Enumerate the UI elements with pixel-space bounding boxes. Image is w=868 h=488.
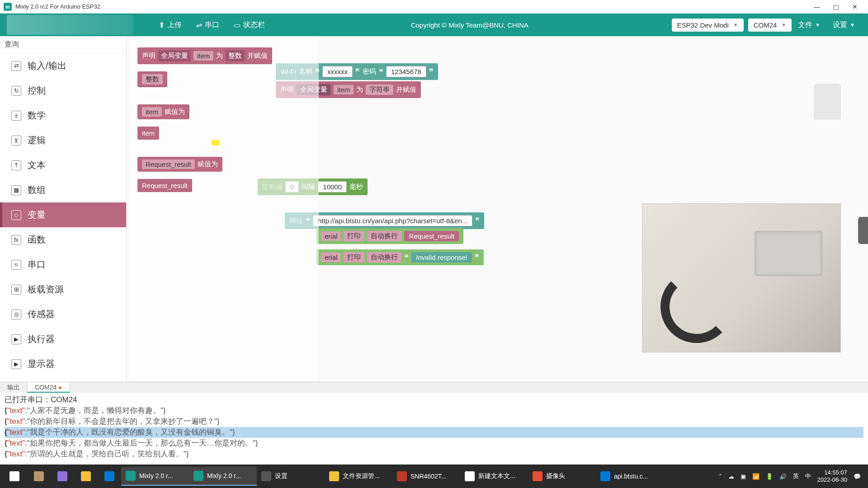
app-icon <box>193 471 203 481</box>
volume-icon[interactable]: 🔊 <box>779 473 787 480</box>
item-get-block[interactable]: item <box>137 127 159 140</box>
category-icon: ◇ <box>11 210 21 220</box>
category-执行器[interactable]: ▶执行器 <box>0 327 126 352</box>
start-button[interactable] <box>3 467 26 486</box>
console-line[interactable]: {"text":"如果你把每天，都当做人生最后一天，那么总有一天…你是对的。"} <box>5 438 863 449</box>
serial-print-block-1[interactable]: erial 打印 自动换行 Request_result <box>316 228 463 244</box>
app-icon <box>329 471 339 481</box>
taskbar-item[interactable] <box>27 467 51 486</box>
taskbar-item[interactable] <box>98 467 121 486</box>
category-sidebar: 查询 ⇄输入/输出↻控制±数学⊻逻辑T文本▦数组◇变量fx函数⎋串口⊞板载资源◎… <box>0 36 127 382</box>
security-icon[interactable]: ▣ <box>741 473 746 480</box>
maximize-button[interactable]: ▢ <box>826 0 845 14</box>
system-tray[interactable]: ˄ ☁ ▣ 📶 🔋 🔊 英 中 14:55:07 2022-06-30 💬 <box>719 469 866 483</box>
wifi-icon[interactable]: 📶 <box>752 473 760 480</box>
category-label: 执行器 <box>28 333 55 345</box>
console-line[interactable]: {"text":"所谓的人生就是，哭给自己听，笑给别人看。"} <box>5 449 863 460</box>
category-板载资源[interactable]: ⊞板载资源 <box>0 277 126 302</box>
wifi-password-field[interactable]: 12345678 <box>386 66 426 77</box>
app-icon: m <box>4 3 12 11</box>
app-icon <box>465 471 475 481</box>
category-label: 逻辑 <box>28 134 46 146</box>
board-selector[interactable]: ESP32 Dev Modi▼ <box>672 19 744 32</box>
request-result-set-block[interactable]: Request_result 赋值为 <box>137 157 222 172</box>
taskbar-item[interactable]: 设置 <box>257 467 325 486</box>
declare-int-block[interactable]: 声明 全局变量 item 为 整数 并赋值 <box>137 47 272 64</box>
trash-icon[interactable] <box>814 84 841 120</box>
taskbar-item[interactable]: 新建文本文... <box>460 467 528 486</box>
app-icon <box>126 471 136 481</box>
category-label: 文本 <box>28 159 46 171</box>
serial-print-block-2[interactable]: erial 打印 自动换行 ❝ Invalid response! ❞ <box>316 249 484 265</box>
category-icon: ⊻ <box>11 136 21 145</box>
close-button[interactable]: ✕ <box>845 0 864 14</box>
minimize-button[interactable]: — <box>807 0 826 14</box>
app-icon <box>600 471 610 481</box>
battery-icon[interactable]: 🔋 <box>766 473 773 480</box>
category-icon: ⇄ <box>11 61 21 71</box>
taskbar-clock[interactable]: 14:55:07 2022-06-30 <box>817 469 848 483</box>
console-line[interactable]: {"text":"我是个干净的人，既没有恋爱的酸臭，又没有金钱的铜臭。"} <box>5 427 863 438</box>
port-selector[interactable]: COM24▼ <box>748 19 792 32</box>
request-result-var[interactable]: Request_result <box>404 231 459 241</box>
ime-lang[interactable]: 英 <box>793 472 799 480</box>
taskbar-item-label: 新建文本文... <box>478 472 515 480</box>
serial-button[interactable]: ⇌串口 <box>189 18 226 33</box>
taskbar-item[interactable]: Mixly 2.0 r... <box>189 467 257 486</box>
timer-interval-field[interactable]: 10000 <box>318 181 347 192</box>
category-label: 传感器 <box>28 308 55 320</box>
category-逻辑[interactable]: ⊻逻辑 <box>0 128 126 153</box>
taskbar-item[interactable] <box>74 467 98 486</box>
ime-mode[interactable]: 中 <box>805 472 811 480</box>
category-icon: ⎋ <box>11 260 21 270</box>
taskbar-item-label: 摄像头 <box>546 472 565 480</box>
taskbar-item-label: 文件资源管... <box>343 472 380 480</box>
serial-console[interactable]: 已打开串口：COM24 {"text":"人家不是无趣，而是，懒得对你有趣。"}… <box>0 393 868 460</box>
category-icon: ↻ <box>11 86 21 96</box>
taskbar-item-label: api.btstu.c... <box>614 473 648 480</box>
taskbar-item[interactable]: api.btstu.c... <box>596 467 664 486</box>
category-串口[interactable]: ⎋串口 <box>0 252 126 277</box>
category-数组[interactable]: ▦数组 <box>0 178 126 202</box>
chevron-down-icon: ▼ <box>850 22 855 28</box>
camera-preview <box>642 203 841 352</box>
console-line[interactable]: {"text":"人家不是无趣，而是，懒得对你有趣。"} <box>5 405 863 416</box>
search-input[interactable]: 查询 <box>0 36 126 53</box>
app-icon <box>34 471 44 481</box>
int-type-block[interactable]: 整数 <box>137 71 167 87</box>
item-set-block[interactable]: item 赋值为 <box>137 104 189 119</box>
category-显示器[interactable]: ▶显示器 <box>0 352 126 376</box>
console-line[interactable]: {"text":"你的新年目标，不会是把去年的，又拿来抄了一遍吧？"} <box>5 416 863 427</box>
wifi-name-field[interactable]: xxxxxx <box>322 66 353 77</box>
taskbar-item[interactable]: 摄像头 <box>528 467 596 486</box>
category-icon: ± <box>11 111 21 121</box>
tray-up-icon[interactable]: ˄ <box>719 473 722 480</box>
category-输入/输出[interactable]: ⇄输入/输出 <box>0 53 126 78</box>
notifications-icon[interactable]: 💬 <box>854 473 861 480</box>
com-port-tab[interactable]: COM24 ● <box>28 382 70 393</box>
invalid-response-text[interactable]: Invalid response! <box>411 252 472 263</box>
category-函数[interactable]: fx函数 <box>0 227 126 252</box>
category-通信[interactable]: ≋通信 <box>0 376 126 382</box>
category-传感器[interactable]: ◎传感器 <box>0 302 126 327</box>
category-文本[interactable]: T文本 <box>0 153 126 178</box>
expand-panel-tab[interactable] <box>858 217 868 244</box>
category-变量[interactable]: ◇变量 <box>0 202 126 227</box>
category-label: 显示器 <box>28 358 55 370</box>
http-url-field[interactable]: http://api.btstu.cn/yan/api.php?charset=… <box>313 215 472 226</box>
statusbar-button[interactable]: ▭状态栏 <box>226 18 272 33</box>
onedrive-icon[interactable]: ☁ <box>728 473 734 480</box>
category-数学[interactable]: ±数学 <box>0 103 126 128</box>
mixly-logo <box>7 15 133 35</box>
taskbar-item[interactable]: SNR4602T... <box>392 467 460 486</box>
settings-menu[interactable]: 设置▼ <box>826 18 861 33</box>
taskbar-item[interactable]: Mixly 2.0 r... <box>121 467 189 486</box>
taskbar-item[interactable] <box>51 467 74 486</box>
taskbar-item[interactable]: 文件资源管... <box>325 467 392 486</box>
category-控制[interactable]: ↻控制 <box>0 78 126 103</box>
file-menu[interactable]: 文件▼ <box>792 18 826 33</box>
request-result-get-block[interactable]: Request_result <box>137 179 192 192</box>
upload-button[interactable]: ⬆上传 <box>151 18 189 33</box>
category-label: 变量 <box>28 209 46 221</box>
output-tab[interactable]: 输出 <box>0 382 28 393</box>
